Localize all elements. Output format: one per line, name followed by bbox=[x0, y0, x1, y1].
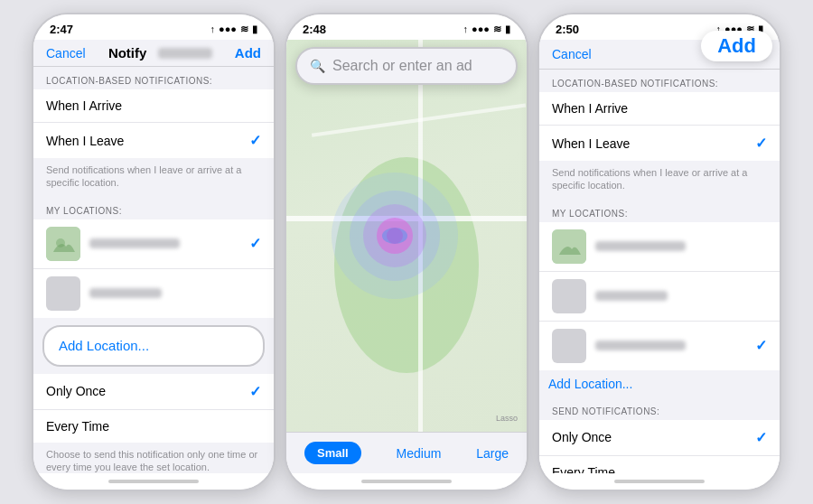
arrow-icon: ↑ bbox=[210, 23, 216, 34]
phone-1: 2:47 ↑ ●●● ≋ ▮ Cancel Notify Add LOCATIO… bbox=[32, 13, 276, 491]
search-bar-container: 🔍 Search or enter an ad bbox=[286, 40, 527, 92]
home-indicator-3 bbox=[539, 473, 780, 490]
arrow-icon-2: ↑ bbox=[463, 23, 469, 34]
status-icons-1: ↑ ●●● ≋ ▮ bbox=[210, 23, 257, 35]
size-medium-btn[interactable]: Medium bbox=[397, 446, 442, 461]
map-section: 🔍 Search or enter an ad bbox=[286, 40, 527, 473]
location-desc-1: Send notifications when I leave or arriv… bbox=[33, 158, 274, 197]
when-arrive-item-1[interactable]: When I Arrive bbox=[33, 89, 274, 123]
status-time-2: 2:48 bbox=[303, 23, 326, 36]
when-leave-label-1: When I Leave bbox=[46, 134, 124, 148]
signal-icon: ●●● bbox=[219, 23, 237, 34]
phone-2: 2:48 ↑ ●●● ≋ ▮ 🔍 Search or enter an ad bbox=[285, 13, 528, 491]
status-bar-2: 2:48 ↑ ●●● ≋ ▮ bbox=[286, 14, 527, 40]
every-time-label-3: Every Time bbox=[552, 465, 615, 473]
send-notif-header-3: SEND NOTIFICATIONS: bbox=[539, 397, 780, 420]
location-notif-group-1: When I Arrive When I Leave ✓ bbox=[33, 89, 274, 158]
when-leave-label-3: When I Leave bbox=[552, 136, 630, 151]
wifi-icon: ≋ bbox=[240, 23, 248, 35]
status-bar-1: 2:47 ↑ ●●● ≋ ▮ bbox=[33, 14, 274, 40]
cancel-button-3[interactable]: Cancel bbox=[552, 47, 592, 61]
only-once-label-3: Only Once bbox=[552, 430, 612, 444]
only-once-item-1[interactable]: Only Once ✓ bbox=[33, 374, 274, 410]
wifi-icon-2: ≋ bbox=[493, 23, 501, 35]
location-item-3b[interactable] bbox=[539, 272, 780, 322]
location-thumb-2 bbox=[46, 276, 80, 311]
home-bar-1 bbox=[108, 480, 199, 483]
when-arrive-label-3: When I Arrive bbox=[552, 101, 628, 116]
frequency-group-3: Only Once ✓ Every Time bbox=[539, 420, 780, 473]
frequency-group-1: Only Once ✓ Every Time bbox=[33, 374, 274, 443]
location-section-header-3: LOCATION-BASED NOTIFICATIONS: bbox=[539, 70, 780, 92]
status-time-1: 2:47 bbox=[50, 23, 73, 36]
every-time-item-3[interactable]: Every Time bbox=[539, 456, 780, 473]
map-credit: Lasso bbox=[496, 414, 518, 423]
location-name-blur-3b bbox=[595, 291, 668, 301]
locations-list-3: ✓ bbox=[539, 222, 780, 370]
search-icon: 🔍 bbox=[310, 59, 325, 73]
only-once-label-1: Only Once bbox=[46, 384, 106, 398]
add-button-large-3[interactable]: Add bbox=[701, 31, 772, 61]
heatmap-blue bbox=[382, 228, 407, 244]
only-once-check-3: ✓ bbox=[755, 429, 767, 446]
content-3: LOCATION-BASED NOTIFICATIONS: When I Arr… bbox=[539, 70, 780, 473]
location-notif-group-3: When I Arrive When I Leave ✓ bbox=[539, 92, 780, 161]
svg-rect-2 bbox=[552, 229, 586, 264]
nav-title-1: Notify bbox=[108, 45, 212, 61]
only-once-check-1: ✓ bbox=[249, 383, 261, 400]
location-item-1[interactable]: ✓ bbox=[33, 219, 274, 269]
location-name-blur-2 bbox=[89, 288, 162, 298]
location-name-blur-3a bbox=[595, 241, 686, 251]
search-bar[interactable]: 🔍 Search or enter an ad bbox=[295, 47, 518, 85]
nav-bar-3: Cancel Add bbox=[539, 40, 780, 70]
only-once-item-3[interactable]: Only Once ✓ bbox=[539, 420, 780, 456]
when-leave-item-3[interactable]: When I Leave ✓ bbox=[539, 126, 780, 161]
location-check-3c: ✓ bbox=[755, 337, 767, 354]
location-thumb-3b bbox=[552, 279, 586, 313]
nav-title-blur-1 bbox=[158, 48, 212, 59]
search-placeholder: Search or enter an ad bbox=[332, 58, 472, 74]
my-locations-header-3: MY LOCATIONS: bbox=[539, 200, 780, 222]
size-large-btn[interactable]: Large bbox=[476, 446, 509, 461]
when-leave-item-1[interactable]: When I Leave ✓ bbox=[33, 123, 274, 158]
battery-icon-2: ▮ bbox=[505, 23, 510, 35]
add-location-button-1[interactable]: Add Location... bbox=[42, 325, 265, 367]
add-location-label-1: Add Location... bbox=[59, 338, 149, 353]
freq-desc-1: Choose to send this notification only on… bbox=[33, 443, 274, 473]
status-icons-2: ↑ ●●● ≋ ▮ bbox=[463, 23, 510, 35]
add-location-label-3: Add Location... bbox=[548, 377, 632, 391]
home-indicator-1 bbox=[33, 473, 274, 490]
my-locations-header-1: MY LOCATIONS: bbox=[33, 197, 274, 219]
every-time-item-1[interactable]: Every Time bbox=[33, 410, 274, 443]
location-name-blur-1 bbox=[89, 238, 180, 248]
size-selector: Small Medium Large bbox=[286, 432, 527, 473]
when-leave-check-1: ✓ bbox=[249, 132, 261, 149]
location-thumb-3c bbox=[552, 329, 586, 363]
phone-3: 2:50 ↑ ●●● ≋ ▮ Cancel Add LOCATION-BASED… bbox=[537, 13, 781, 491]
location-item-2[interactable] bbox=[33, 269, 274, 318]
status-time-3: 2:50 bbox=[556, 23, 579, 36]
add-label-large-3: Add bbox=[717, 34, 756, 57]
location-item-3a[interactable] bbox=[539, 222, 780, 272]
location-name-blur-3c bbox=[595, 341, 686, 350]
battery-icon: ▮ bbox=[252, 23, 257, 35]
when-arrive-label-1: When I Arrive bbox=[46, 98, 122, 113]
svg-point-1 bbox=[56, 238, 65, 247]
when-leave-check-3: ✓ bbox=[755, 135, 767, 152]
home-bar-3 bbox=[614, 480, 705, 483]
signal-icon-2: ●●● bbox=[472, 23, 490, 34]
location-thumb-1 bbox=[46, 227, 80, 261]
cancel-button-1[interactable]: Cancel bbox=[46, 46, 86, 61]
every-time-label-1: Every Time bbox=[46, 419, 109, 434]
location-check-1: ✓ bbox=[249, 235, 261, 252]
home-bar-2 bbox=[361, 480, 452, 483]
locations-list-1: ✓ bbox=[33, 219, 274, 318]
location-item-3c[interactable]: ✓ bbox=[539, 322, 780, 370]
home-indicator-2 bbox=[286, 473, 527, 490]
size-small-btn[interactable]: Small bbox=[304, 442, 361, 464]
when-arrive-item-3[interactable]: When I Arrive bbox=[539, 92, 780, 126]
add-location-button-3[interactable]: Add Location... bbox=[548, 376, 771, 392]
location-section-header-1: LOCATION-BASED NOTIFICATIONS: bbox=[33, 67, 274, 89]
add-button-1[interactable]: Add bbox=[235, 45, 261, 61]
content-1: LOCATION-BASED NOTIFICATIONS: When I Arr… bbox=[33, 67, 274, 473]
